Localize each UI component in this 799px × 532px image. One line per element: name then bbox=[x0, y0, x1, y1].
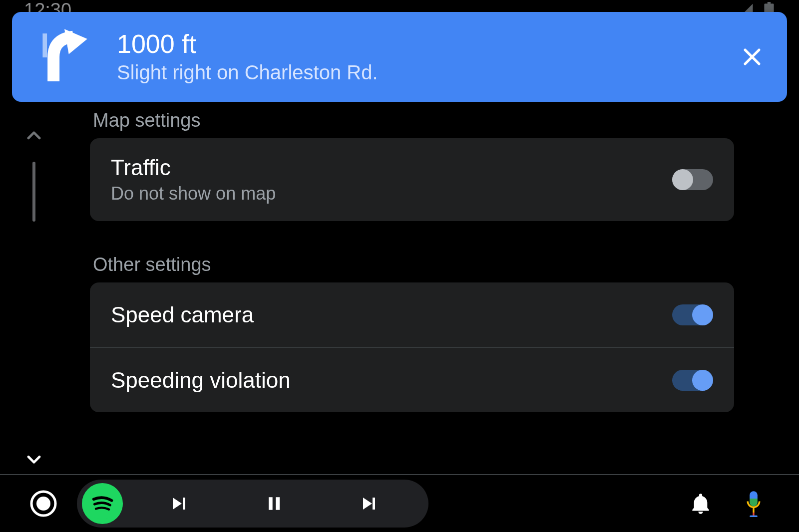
previous-track-button[interactable] bbox=[132, 480, 227, 528]
other-settings-card: Speed camera Speeding violation bbox=[90, 282, 734, 412]
close-button[interactable] bbox=[737, 42, 767, 72]
spotify-icon bbox=[87, 488, 118, 519]
scroll-up-button[interactable] bbox=[23, 125, 45, 147]
home-button[interactable] bbox=[28, 488, 59, 519]
spotify-button[interactable] bbox=[82, 483, 123, 524]
home-circle-icon bbox=[29, 490, 57, 518]
navigation-text: 1000 ft Slight right on Charleston Rd. bbox=[117, 30, 737, 84]
map-settings-card: Traffic Do not show on map bbox=[90, 138, 734, 221]
traffic-subtitle: Do not show on map bbox=[111, 183, 672, 204]
nav-instruction: Slight right on Charleston Rd. bbox=[117, 61, 737, 84]
nav-distance: 1000 ft bbox=[117, 30, 737, 58]
traffic-toggle[interactable] bbox=[672, 169, 713, 190]
google-mic-icon bbox=[742, 490, 765, 517]
turn-right-icon bbox=[37, 27, 92, 87]
voice-assistant-button[interactable] bbox=[736, 486, 771, 521]
bottom-bar bbox=[0, 474, 799, 532]
chevron-down-icon bbox=[24, 450, 43, 469]
skip-previous-icon bbox=[167, 492, 191, 516]
chevron-up-icon bbox=[24, 126, 43, 145]
speed-camera-row[interactable]: Speed camera bbox=[90, 282, 734, 347]
scrollbar-track[interactable] bbox=[32, 162, 35, 222]
traffic-labels: Traffic Do not show on map bbox=[111, 155, 672, 204]
section-label-map-settings: Map settings bbox=[93, 110, 734, 131]
traffic-row[interactable]: Traffic Do not show on map bbox=[90, 138, 734, 221]
traffic-title: Traffic bbox=[111, 155, 672, 180]
notifications-button[interactable] bbox=[683, 486, 718, 521]
navigation-banner[interactable]: 1000 ft Slight right on Charleston Rd. bbox=[12, 12, 787, 102]
pause-icon bbox=[263, 493, 285, 515]
section-label-other-settings: Other settings bbox=[93, 254, 734, 275]
settings-content: Map settings Traffic Do not show on map … bbox=[90, 104, 734, 412]
close-icon bbox=[740, 45, 764, 69]
skip-next-icon bbox=[357, 492, 381, 516]
speeding-violation-toggle[interactable] bbox=[672, 370, 713, 391]
scroll-rail bbox=[19, 120, 49, 472]
svg-rect-0 bbox=[42, 33, 47, 57]
next-track-button[interactable] bbox=[322, 480, 416, 528]
play-pause-button[interactable] bbox=[227, 480, 322, 528]
bell-icon bbox=[688, 491, 713, 516]
speeding-violation-row[interactable]: Speeding violation bbox=[90, 347, 734, 412]
svg-point-2 bbox=[36, 497, 50, 511]
scroll-down-button[interactable] bbox=[23, 448, 45, 470]
speeding-violation-title: Speeding violation bbox=[111, 368, 672, 393]
speed-camera-title: Speed camera bbox=[111, 302, 672, 327]
speed-camera-labels: Speed camera bbox=[111, 302, 672, 327]
media-controls bbox=[77, 480, 428, 528]
speed-camera-toggle[interactable] bbox=[672, 304, 713, 325]
svg-rect-5 bbox=[750, 516, 758, 517]
speeding-violation-labels: Speeding violation bbox=[111, 368, 672, 393]
